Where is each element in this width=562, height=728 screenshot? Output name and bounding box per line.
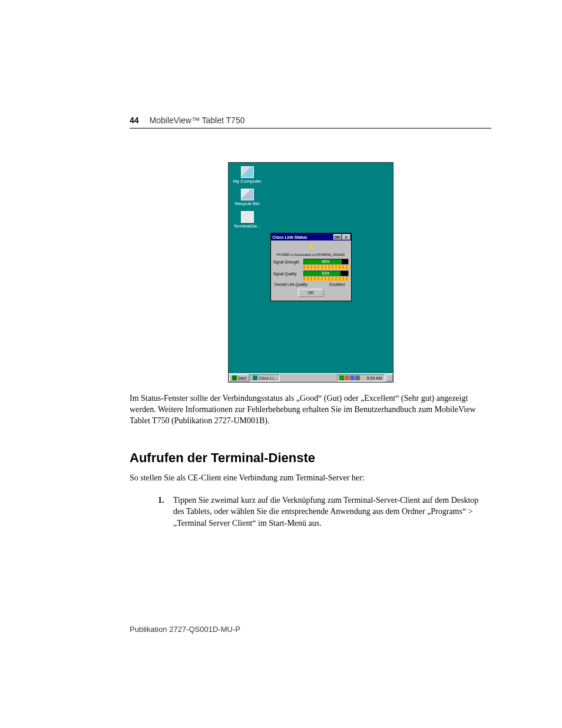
wifi-icon: [306, 243, 316, 251]
start-icon: [232, 375, 237, 380]
intro-paragraph: So stellen Sie als CE-Client eine Verbin…: [130, 473, 491, 484]
taskbar-item-cisco[interactable]: Cisco Li...: [250, 374, 280, 381]
step-text: Tippen Sie zweimal kurz auf die Verknüpf…: [173, 496, 478, 528]
signal-quality-bar: 83%: [303, 271, 349, 276]
bin-icon: [241, 189, 254, 200]
scale-ticks: [303, 277, 349, 281]
overall-value: Excellent: [329, 282, 345, 286]
icon-label: TerminalSe...: [233, 223, 261, 229]
tray-icon: [361, 375, 365, 380]
signal-strength-row: Signal Strength 86%: [273, 259, 349, 265]
signal-strength-pct: 86%: [304, 259, 348, 263]
signal-strength-label: Signal Strength: [273, 260, 302, 264]
terminal-server-icon[interactable]: TerminalSe...: [230, 211, 265, 229]
tray-icon: [345, 375, 349, 380]
cisco-link-status-dialog: Cisco Link Status OK × PC4800 is Associa…: [270, 233, 352, 301]
desktop: My Computer Recycle Bin TerminalSe... Ci…: [228, 162, 394, 383]
section-heading: Aufrufen der Terminal-Dienste: [130, 450, 491, 466]
system-tray[interactable]: 8:04 AM: [337, 374, 385, 381]
page-body: My Computer Recycle Bin TerminalSe... Ci…: [130, 147, 491, 529]
dialog-ok-caption-button[interactable]: OK: [333, 234, 342, 240]
dialog-close-button[interactable]: ×: [342, 234, 351, 240]
terminal-icon: [241, 211, 254, 223]
start-button[interactable]: Start: [229, 374, 250, 381]
task-label: Cisco Li...: [259, 376, 277, 380]
page-number: 44: [130, 116, 139, 125]
page-footer: Publikation 2727-QS001D-MU-P: [130, 625, 240, 634]
overall-label: Overall Link Quality: [275, 282, 308, 286]
tray-icon: [350, 375, 355, 380]
computer-icon: [241, 166, 254, 178]
dialog-title: Cisco Link Status: [273, 235, 308, 239]
icon-label: Recycle Bin: [234, 201, 259, 206]
signal-strength-bar: 86%: [303, 259, 349, 265]
signal-quality-pct: 83%: [304, 271, 348, 275]
step-number: 1.: [158, 495, 164, 506]
tray-icon: [355, 375, 360, 380]
step-1: 1. Tippen Sie zweimal kurz auf die Verkn…: [158, 495, 491, 529]
icon-label: My Computer: [233, 179, 261, 184]
taskbar: Start Cisco Li... 8:04 AM: [229, 373, 393, 382]
tray-icon: [339, 375, 344, 380]
my-computer-icon[interactable]: My Computer: [230, 166, 265, 185]
header-title: MobileView™ Tablet T750: [150, 116, 245, 125]
signal-quality-label: Signal Quality: [273, 272, 302, 276]
page-header: 44MobileView™ Tablet T750: [130, 115, 491, 129]
dialog-body: PC4800 is Associated to AP4800E_259a99 S…: [271, 241, 351, 301]
overall-quality-row: Overall Link Quality Excellent: [275, 282, 345, 286]
start-label: Start: [238, 376, 247, 380]
dialog-titlebar: Cisco Link Status OK ×: [271, 233, 351, 241]
signal-quality-row: Signal Quality 83%: [273, 271, 349, 276]
embedded-screenshot: My Computer Recycle Bin TerminalSe... Ci…: [130, 162, 491, 383]
recycle-bin-icon[interactable]: Recycle Bin: [230, 189, 265, 207]
scale-ticks: [303, 265, 349, 269]
clock: 8:04 AM: [367, 376, 382, 380]
show-desktop-button[interactable]: [386, 374, 393, 381]
dialog-ok-button[interactable]: OK: [298, 289, 324, 297]
status-paragraph: Im Status-Fenster sollte der Verbindungs…: [130, 393, 491, 427]
task-icon: [253, 375, 257, 380]
association-text: PC4800 is Associated to AP4800E_259a99: [273, 253, 349, 256]
